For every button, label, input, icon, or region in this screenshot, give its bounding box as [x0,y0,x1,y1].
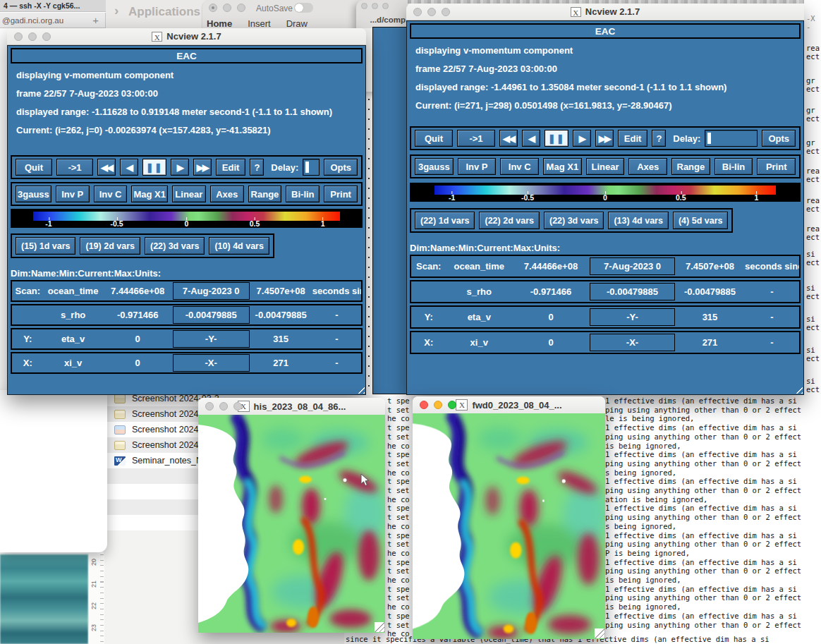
action-button[interactable]: Mag X1 [543,158,582,175]
action-button[interactable]: 3gauss [16,186,51,202]
vars-button[interactable]: (13) 4d vars [608,212,668,229]
zoom-icon[interactable] [233,402,242,411]
current-cell[interactable]: 7-Aug-2023 0 [173,282,250,300]
action-button[interactable]: Inv P [56,186,90,202]
quit-button[interactable]: Quit [16,159,52,176]
delay-input[interactable] [705,130,758,147]
step-forward-icon[interactable]: ▶ [171,159,189,176]
vars-button[interactable]: (15) 1d vars [16,237,75,255]
current-cell[interactable]: -Y- [590,308,675,326]
v-momentum-plot[interactable] [413,413,605,639]
chevron-right-icon[interactable]: › [114,3,118,18]
action-button[interactable]: Bi-lin [286,186,320,202]
zoom-icon[interactable] [237,4,245,12]
colorbar[interactable]: -1-0.500.51 [11,209,363,228]
action-button[interactable]: Mag X1 [131,186,168,202]
close-icon[interactable] [205,402,214,411]
vars-button[interactable]: (22) 3d vars [145,237,205,255]
title-bar[interactable]: X his_2023_08_04_86... [198,398,385,415]
action-button[interactable]: Range [248,186,282,202]
minimize-icon[interactable] [372,3,378,9]
vars-button[interactable]: (22) 3d vars [544,212,604,229]
close-icon[interactable] [361,3,367,9]
minimize-icon[interactable] [28,32,37,41]
minimize-icon[interactable] [223,4,231,12]
ribbon-tab[interactable]: Insert [248,18,271,29]
v-momentum-plot[interactable] [198,415,385,633]
action-button[interactable]: Axes [210,186,244,202]
vars-button[interactable]: (10) 4d vars [209,237,269,255]
current-cell[interactable]: -X- [173,354,250,372]
help-button[interactable]: ? [250,159,264,176]
new-tab-button[interactable]: + [92,13,99,28]
terminal-window-title[interactable]: 4 — ssh -X -Y cgk56... [0,0,106,12]
action-button[interactable]: Linear [586,158,625,175]
action-button[interactable]: Axes [628,158,667,175]
window-traffic-lights[interactable] [205,402,242,411]
zoom-icon[interactable] [442,8,450,16]
opts-button[interactable]: Opts [324,159,358,176]
opts-button[interactable]: Opts [762,130,796,147]
vars-button[interactable]: (22) 1d vars [415,212,475,229]
zoom-icon[interactable] [448,401,456,409]
zoom-icon[interactable] [42,32,51,41]
pause-icon[interactable]: ❚❚ [545,130,568,147]
current-cell[interactable]: -0.00479885 [173,306,250,324]
action-button[interactable]: Bi-lin [714,158,753,175]
autosave-toggle[interactable] [294,3,313,13]
rewind-icon[interactable]: ◀◀ [97,159,116,176]
step-back-icon[interactable]: ◀ [120,159,138,176]
window-traffic-lights[interactable] [413,8,450,16]
minimize-icon[interactable] [434,401,442,409]
current-cell[interactable]: -Y- [173,330,250,348]
vars-button[interactable]: (22) 2d vars [479,212,539,229]
rewind-icon[interactable]: ◀◀ [499,130,518,147]
title-bar[interactable]: X Ncview 2.1.7 [406,4,804,20]
close-icon[interactable] [413,8,422,16]
edit-button[interactable]: Edit [216,159,246,176]
action-button[interactable]: Range [671,158,710,175]
goto-first-button[interactable]: ->1 [457,130,495,147]
fast-forward-icon[interactable]: ▶▶ [193,159,212,176]
help-button[interactable]: ? [652,130,666,147]
resize-handle[interactable] [375,622,384,632]
step-back-icon[interactable]: ◀ [522,130,540,147]
window-traffic-lights[interactable] [14,32,51,41]
minimize-icon[interactable] [427,8,436,16]
close-icon[interactable] [209,4,217,12]
resize-handle[interactable] [595,628,604,638]
current-cell[interactable]: -0.00479885 [590,283,675,300]
minimize-icon[interactable] [219,402,228,411]
vars-button[interactable]: (19) 2d vars [80,237,140,255]
action-button[interactable]: Print [757,158,796,175]
close-icon[interactable] [420,401,428,409]
action-button[interactable]: Linear [172,186,206,202]
edit-button[interactable]: Edit [618,130,648,147]
ribbon-tab[interactable]: Home [207,18,232,29]
terminal-tab-host[interactable]: @gadi.nci.org.au + [0,13,106,28]
action-button[interactable]: 3gauss [415,158,454,175]
step-forward-icon[interactable]: ▶ [573,130,591,147]
zoom-icon[interactable] [382,3,389,9]
quit-button[interactable]: Quit [415,130,453,147]
action-button[interactable]: Inv C [94,186,128,202]
vars-button[interactable]: (4) 5d vars [673,212,729,229]
window-traffic-lights[interactable] [361,3,389,9]
current-cell[interactable]: 7-Aug-2023 0 [590,257,675,275]
window-traffic-lights[interactable] [209,4,245,12]
pause-icon[interactable]: ❚❚ [142,159,166,176]
title-bar[interactable]: X Ncview 2.1.7 [7,28,366,45]
action-button[interactable]: Print [324,186,358,202]
goto-first-button[interactable]: ->1 [56,159,93,176]
action-button[interactable]: Inv C [500,158,539,175]
fast-forward-icon[interactable]: ▶▶ [595,130,614,147]
window-traffic-lights[interactable] [420,401,456,409]
ribbon-tab[interactable]: Draw [286,18,308,29]
close-icon[interactable] [14,32,23,41]
current-cell[interactable]: -X- [590,334,675,351]
title-bar[interactable]: X fwd0_2023_08_04_... [413,396,605,414]
terminal-fragment: si [806,346,815,354]
action-button[interactable]: Inv P [458,158,497,175]
delay-input[interactable] [303,159,320,176]
colorbar[interactable]: -1-0.500.51 [410,183,801,202]
